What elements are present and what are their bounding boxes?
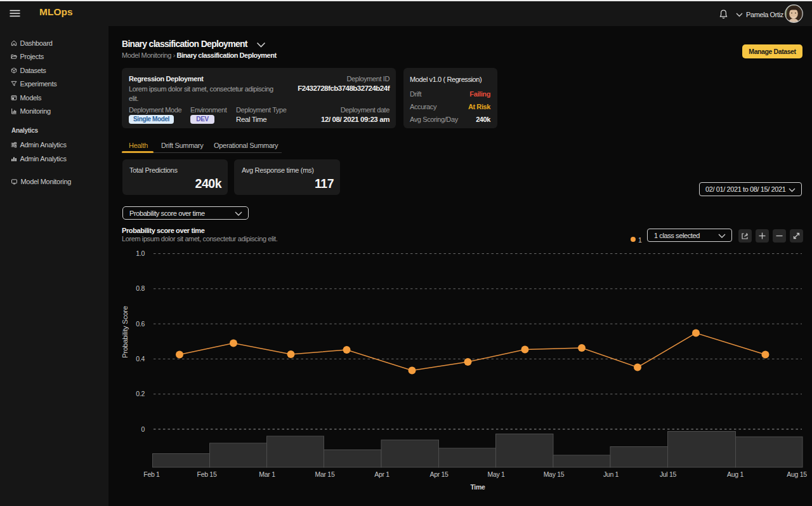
svg-text:0.4: 0.4 bbox=[136, 355, 145, 363]
svg-text:Probability Score: Probability Score bbox=[121, 306, 129, 358]
svg-text:0.8: 0.8 bbox=[136, 284, 145, 292]
svg-text:0.2: 0.2 bbox=[136, 390, 145, 397]
svg-text:Jun 1: Jun 1 bbox=[603, 470, 619, 478]
svg-text:Mar 1: Mar 1 bbox=[259, 470, 275, 478]
svg-text:Time: Time bbox=[470, 483, 485, 491]
svg-text:Mar 15: Mar 15 bbox=[315, 470, 335, 478]
svg-text:Apr 15: Apr 15 bbox=[429, 470, 449, 478]
svg-text:Jul 15: Jul 15 bbox=[660, 470, 677, 478]
svg-text:1.0: 1.0 bbox=[136, 250, 145, 257]
svg-text:Feb 1: Feb 1 bbox=[143, 470, 160, 478]
svg-text:Aug 15: Aug 15 bbox=[787, 470, 807, 478]
svg-text:May 1: May 1 bbox=[487, 470, 505, 478]
svg-text:Feb 15: Feb 15 bbox=[197, 470, 217, 478]
svg-text:Apr 1: Apr 1 bbox=[374, 470, 390, 478]
svg-text:May 15: May 15 bbox=[544, 470, 565, 478]
svg-text:Aug 1: Aug 1 bbox=[727, 470, 743, 478]
svg-text:0: 0 bbox=[141, 425, 145, 433]
svg-text:0.6: 0.6 bbox=[136, 320, 145, 328]
